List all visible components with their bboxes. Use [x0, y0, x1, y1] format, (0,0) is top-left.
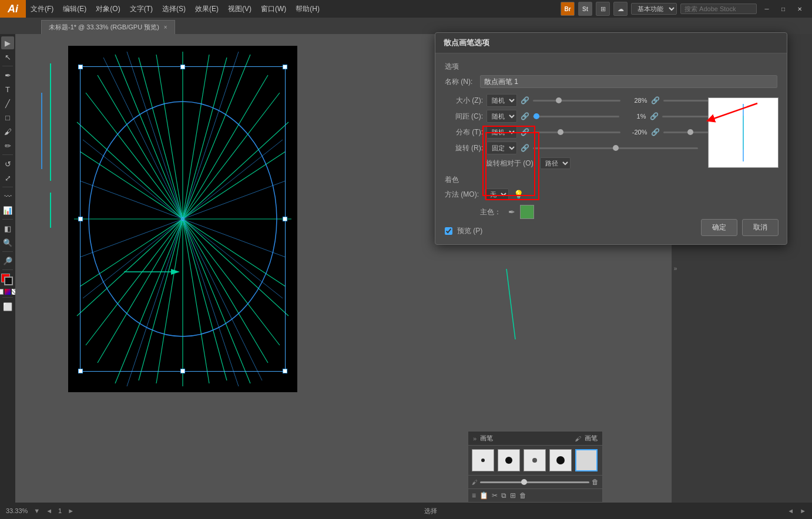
ok-button[interactable]: 确定 [701, 219, 737, 236]
brush-size-slider[interactable] [480, 481, 589, 483]
zoom-tool[interactable]: 🔎 [1, 254, 14, 267]
nav-next[interactable]: ► [68, 507, 74, 514]
brush-panel-right-title: 画笔 [585, 434, 598, 443]
maximize-btn[interactable]: □ [777, 2, 790, 15]
color-method-row: 方法 (MO): 无 💡 [445, 188, 777, 200]
coloring-label: 着色 [445, 175, 777, 185]
scatter-min-slider[interactable] [533, 132, 620, 133]
menu-view[interactable]: 视图(V) [223, 0, 256, 18]
line-tool[interactable]: ╱ [1, 97, 14, 110]
lightbulb-icon[interactable]: 💡 [514, 190, 524, 199]
gradient-tool[interactable]: ◧ [1, 222, 14, 235]
size-min-slider[interactable] [533, 100, 620, 102]
menu-object[interactable]: 对象(O) [91, 0, 125, 18]
workspace-select[interactable]: 基本功能 [631, 3, 677, 15]
tool-status: 选择 [424, 507, 437, 515]
tool-divider-3 [2, 187, 13, 187]
chain-icon-size2: 🔗 [651, 96, 660, 105]
direct-select-tool[interactable]: ↖ [1, 50, 14, 63]
svg-line-8 [183, 219, 268, 363]
artboard-tool[interactable]: ⬜ [1, 300, 14, 313]
preview-label: 预览 (P) [457, 226, 482, 236]
gradient-swatch[interactable] [5, 289, 11, 295]
spacing-min-slider[interactable] [533, 116, 619, 117]
close-btn[interactable]: ✕ [793, 2, 806, 15]
menu-file[interactable]: 文件(F) [26, 0, 58, 18]
paintbrush-tool[interactable]: 🖌 [1, 125, 14, 138]
scatter-mode-select[interactable]: 随机 [486, 126, 517, 139]
size-mode-select[interactable]: 随机 [486, 94, 517, 107]
document-tab[interactable]: 未标题-1* @ 33.33% (RGB/GPU 预览) × [41, 20, 175, 34]
minimize-btn[interactable]: ─ [760, 2, 773, 15]
brush-swatch-5[interactable] [575, 449, 598, 471]
scroll-left[interactable]: ◄ [787, 507, 794, 514]
bridge-btn[interactable]: Br [561, 2, 575, 16]
chain-icon-spacing: 🔗 [521, 112, 529, 120]
method-select[interactable]: 无 [485, 188, 509, 200]
svg-line-58 [710, 103, 757, 120]
menu-text[interactable]: 文字(T) [125, 0, 157, 18]
fill-stroke-indicator [1, 274, 14, 287]
size-label: 大小 (Z): [445, 96, 483, 106]
spacing-mode-select[interactable]: 随机 [486, 110, 517, 123]
menu-window[interactable]: 窗口(W) [256, 0, 291, 18]
chain-icon-rotation: 🔗 [521, 144, 529, 152]
canvas-art [68, 46, 297, 392]
brush-footer-new-icon[interactable]: 📋 [479, 491, 488, 500]
scroll-right[interactable]: ► [800, 507, 806, 514]
menu-effect[interactable]: 效果(E) [190, 0, 223, 18]
svg-marker-54 [171, 269, 180, 275]
nav-prev[interactable]: ◄ [46, 507, 52, 514]
rect-tool[interactable]: □ [1, 111, 14, 124]
tool-divider-2 [2, 154, 13, 155]
brush-footer-copy-icon[interactable]: ⧉ [501, 491, 506, 500]
size-min-value: 28% [624, 97, 647, 104]
none-swatch[interactable] [0, 289, 4, 295]
type-tool[interactable]: T [1, 83, 14, 96]
tab-close-btn[interactable]: × [164, 24, 167, 31]
zoom-dropdown-icon[interactable]: ▼ [33, 507, 40, 514]
menu-select[interactable]: 选择(S) [157, 0, 190, 18]
stock-btn[interactable]: St [578, 2, 592, 16]
canvas-wrapper [68, 46, 297, 392]
tool-divider-1 [2, 66, 13, 66]
brush-swatch-1[interactable] [472, 449, 494, 471]
cancel-button[interactable]: 取消 [742, 219, 779, 236]
svg-line-9 [183, 75, 268, 219]
pen-tool[interactable]: ✒ [1, 69, 14, 82]
search-input[interactable] [680, 4, 757, 14]
brush-footer-scissors-icon[interactable]: ✂ [492, 491, 498, 500]
cloud-btn[interactable]: ☁ [613, 2, 628, 16]
svg-line-46 [83, 219, 183, 298]
grid-btn[interactable]: ⊞ [596, 2, 610, 16]
brush-swatch-2[interactable] [498, 449, 520, 471]
brush-panel-icon: » [473, 435, 477, 442]
brush-swatch-4[interactable] [549, 449, 572, 471]
warp-tool[interactable]: 〰 [1, 190, 14, 203]
color-swatch[interactable] [520, 205, 534, 219]
pencil-tool[interactable]: ✏ [1, 139, 14, 152]
rotation-slider[interactable] [533, 147, 698, 149]
rotation-relative-select[interactable]: 路径 [540, 157, 571, 169]
name-label: 名称 (N): [445, 77, 480, 87]
menu-help[interactable]: 帮助(H) [291, 0, 324, 18]
brush-swatch-3[interactable] [524, 449, 546, 471]
brush-footer-list-icon[interactable]: ≡ [472, 491, 476, 500]
select-tool[interactable]: ▶ [1, 36, 14, 49]
graph-tool[interactable]: 📊 [1, 204, 14, 217]
svg-line-28 [183, 219, 280, 345]
rotate-tool[interactable]: ↺ [1, 157, 14, 170]
eyedropper-tool[interactable]: 🔍 [1, 236, 14, 249]
rotation-mode-select[interactable]: 固定 [486, 141, 517, 154]
scale-tool[interactable]: ⤢ [1, 171, 14, 184]
svg-line-47 [103, 58, 183, 219]
brush-footer-delete-icon[interactable]: 🗑 [519, 491, 526, 500]
brush-panel: » 画笔 🖌 画笔 🖌 🗑 ≡ 📋 ✂ ⧉ ⊞ 🗑 [468, 431, 603, 503]
brush-footer-options-icon[interactable]: ⊞ [510, 491, 516, 500]
eyedropper-icon[interactable]: ✒ [508, 207, 515, 217]
preview-checkbox[interactable] [445, 227, 452, 235]
chain-icon-spacing2: 🔗 [650, 112, 659, 120]
menu-edit[interactable]: 编辑(E) [58, 0, 91, 18]
stroke-swatch[interactable] [4, 277, 13, 285]
name-input[interactable] [480, 75, 777, 88]
